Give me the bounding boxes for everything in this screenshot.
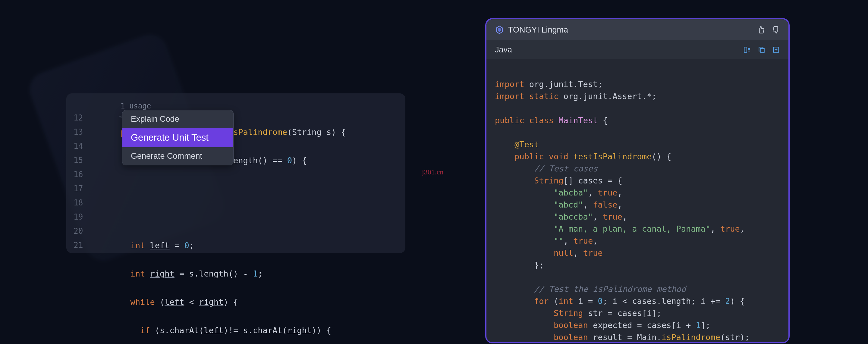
assistant-code-content[interactable]: import org.junit.Test; import static org…	[487, 59, 788, 343]
tongyi-logo-icon	[495, 25, 504, 34]
context-menu: Explain Code Generate Unit Test Generate…	[122, 110, 234, 165]
svg-rect-3	[761, 49, 764, 53]
insert-icon[interactable]	[743, 46, 751, 54]
watermark-text: j301.cn	[422, 168, 443, 176]
assistant-panel: TONGYI Lingma Java import org.junit.Test…	[485, 18, 789, 343]
menu-explain-code[interactable]: Explain Code	[122, 110, 233, 128]
assistant-title: TONGYI Lingma	[508, 25, 757, 35]
svg-marker-1	[498, 28, 501, 32]
line-number-gutter: 12 13 14 15 16 17 18 19 20 21	[73, 111, 83, 252]
language-label: Java	[495, 45, 743, 55]
thumbs-up-icon[interactable]	[757, 26, 765, 34]
assistant-header: TONGYI Lingma	[487, 19, 788, 40]
svg-rect-2	[744, 47, 747, 52]
copy-icon[interactable]	[758, 46, 766, 54]
menu-generate-comment[interactable]: Generate Comment	[122, 147, 233, 165]
menu-generate-unit-test[interactable]: Generate Unit Test	[122, 128, 233, 147]
code-editor-panel: 1 usage ✧> 12 13 14 15 16 17 18 19 20 21…	[66, 93, 405, 253]
thumbs-down-icon[interactable]	[772, 26, 780, 34]
language-bar: Java	[487, 40, 788, 59]
new-file-icon[interactable]	[772, 46, 780, 54]
usage-hint: 1 usage	[121, 102, 151, 110]
